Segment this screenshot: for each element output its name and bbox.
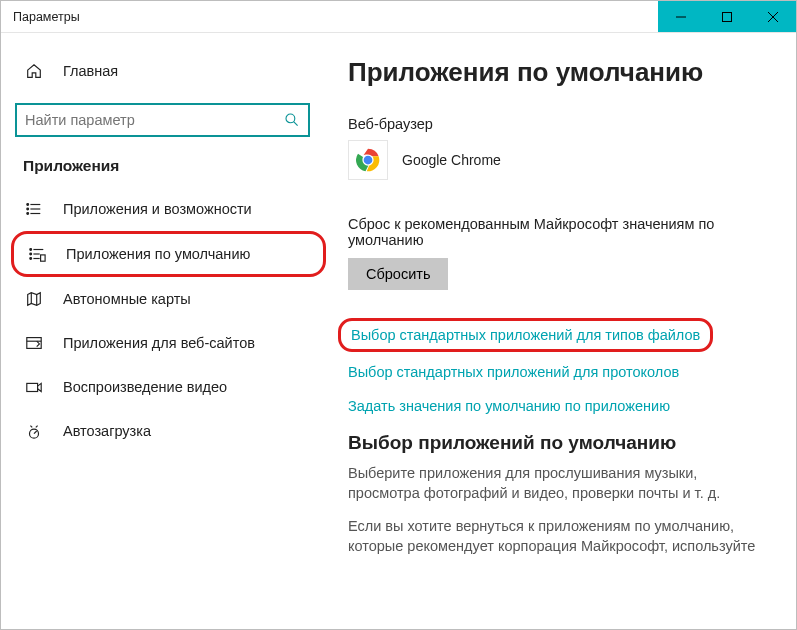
default-apps-icon bbox=[26, 243, 48, 265]
content-pane: Приложения по умолчанию Веб-браузер Goog… bbox=[336, 33, 796, 629]
link-by-app[interactable]: Задать значения по умолчанию по приложен… bbox=[348, 398, 778, 414]
sidebar-item-label: Приложения для веб-сайтов bbox=[63, 335, 255, 351]
sidebar: Главная Приложения Приложения и возможно… bbox=[1, 33, 336, 629]
titlebar: Параметры bbox=[1, 1, 796, 33]
svg-rect-24 bbox=[27, 383, 38, 391]
sidebar-item-label: Автономные карты bbox=[63, 291, 191, 307]
svg-point-17 bbox=[30, 258, 32, 260]
page-heading: Приложения по умолчанию bbox=[348, 57, 778, 88]
startup-icon bbox=[23, 420, 45, 442]
sidebar-item-label: Автозагрузка bbox=[63, 423, 151, 439]
map-icon bbox=[23, 288, 45, 310]
svg-line-28 bbox=[36, 426, 38, 428]
reset-button[interactable]: Сбросить bbox=[348, 258, 448, 290]
svg-point-11 bbox=[27, 213, 29, 215]
list-icon bbox=[23, 198, 45, 220]
svg-point-13 bbox=[30, 249, 32, 251]
sidebar-item-label: Приложения по умолчанию bbox=[66, 246, 250, 262]
highlight-default-apps: Приложения по умолчанию bbox=[11, 231, 326, 277]
svg-line-27 bbox=[30, 426, 32, 428]
sub-heading: Выбор приложений по умолчанию bbox=[348, 432, 778, 454]
svg-point-25 bbox=[30, 429, 39, 438]
sidebar-item-video-playback[interactable]: Воспроизведение видео bbox=[1, 365, 336, 409]
minimize-button[interactable] bbox=[658, 1, 704, 32]
window-buttons bbox=[658, 1, 796, 32]
chrome-icon bbox=[348, 140, 388, 180]
sidebar-item-label: Приложения и возможности bbox=[63, 201, 252, 217]
close-button[interactable] bbox=[750, 1, 796, 32]
link-filetypes[interactable]: Выбор стандартных приложений для типов ф… bbox=[338, 318, 713, 352]
paragraph-1: Выберите приложения для прослушивания му… bbox=[348, 464, 768, 503]
browser-app-name: Google Chrome bbox=[402, 152, 501, 168]
default-browser-tile[interactable]: Google Chrome bbox=[348, 140, 778, 180]
sidebar-item-offline-maps[interactable]: Автономные карты bbox=[1, 277, 336, 321]
sidebar-item-apps-features[interactable]: Приложения и возможности bbox=[1, 187, 336, 231]
browser-section-label: Веб-браузер bbox=[348, 116, 778, 132]
video-icon bbox=[23, 376, 45, 398]
search-box[interactable] bbox=[15, 103, 310, 137]
sidebar-home[interactable]: Главная bbox=[1, 49, 336, 93]
link-protocols[interactable]: Выбор стандартных приложений для протоко… bbox=[348, 364, 778, 380]
sidebar-item-startup[interactable]: Автозагрузка bbox=[1, 409, 336, 453]
search-input[interactable] bbox=[25, 112, 284, 128]
paragraph-2: Если вы хотите вернуться к приложениям п… bbox=[348, 517, 768, 556]
home-icon bbox=[23, 60, 45, 82]
sidebar-section-header: Приложения bbox=[1, 151, 336, 187]
reset-description: Сброс к рекомендованным Майкрософт значе… bbox=[348, 216, 778, 248]
svg-rect-1 bbox=[723, 12, 732, 21]
window-title: Параметры bbox=[1, 10, 658, 24]
svg-rect-19 bbox=[41, 255, 46, 261]
search-icon bbox=[284, 112, 300, 128]
minimize-icon bbox=[676, 12, 686, 22]
svg-line-5 bbox=[294, 122, 298, 126]
sidebar-item-default-apps[interactable]: Приложения по умолчанию bbox=[14, 234, 323, 274]
close-icon bbox=[768, 12, 778, 22]
svg-line-26 bbox=[34, 431, 37, 434]
svg-point-7 bbox=[27, 204, 29, 206]
svg-point-4 bbox=[286, 114, 295, 123]
svg-point-9 bbox=[27, 208, 29, 210]
sidebar-home-label: Главная bbox=[63, 63, 118, 79]
svg-point-15 bbox=[30, 253, 32, 255]
sidebar-item-websites[interactable]: Приложения для веб-сайтов bbox=[1, 321, 336, 365]
sidebar-item-label: Воспроизведение видео bbox=[63, 379, 227, 395]
search-wrap bbox=[1, 93, 336, 151]
maximize-icon bbox=[722, 12, 732, 22]
window-body: Главная Приложения Приложения и возможно… bbox=[1, 33, 796, 629]
settings-window: Параметры Главная bbox=[0, 0, 797, 630]
maximize-button[interactable] bbox=[704, 1, 750, 32]
websites-icon bbox=[23, 332, 45, 354]
